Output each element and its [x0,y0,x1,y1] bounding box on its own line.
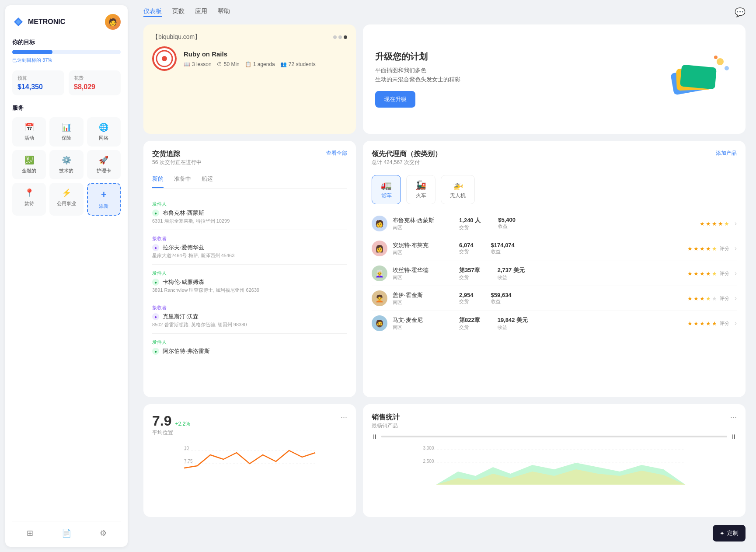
course-card: 【biqubiqu.com】 Ruby on Rails [143,24,356,134]
agent-avatar-5: 🧔 [372,315,387,331]
agent-region-4: 南区 [393,299,454,306]
cat-train[interactable]: 🚂 火车 [406,175,435,204]
meta-students: 👥 72 students [280,61,316,67]
agent-name-3: 埃丝特·霍华德 [393,266,454,274]
tab-shipping[interactable]: 船运 [202,175,213,188]
agent-arrow-2[interactable]: › [735,245,737,252]
service-add[interactable]: + 添新 [87,183,121,216]
agent-arrow-5[interactable]: › [735,319,737,327]
service-technical-label: 技术的 [59,168,73,174]
add-product-link[interactable]: 添加产品 [716,150,737,157]
agent-stats-1: 1,240 人 交货 $5,400 收益 [459,217,694,231]
course-url-text: 【biqubiqu.com】 [152,33,201,41]
stats-row: 预算 $14,350 花费 $8,029 [12,70,121,95]
agenda-icon: 📋 [245,61,251,67]
service-network-label: 网络 [99,135,108,141]
lessons-icon: 📖 [184,61,190,67]
agent-arrow-3[interactable]: › [735,269,737,277]
cat-truck[interactable]: 🚛 货车 [372,175,401,204]
cat-train-label: 火车 [416,192,426,199]
nav-apps[interactable]: 应用 [195,7,207,17]
agent-rev-1: $5,400 收益 [498,217,516,231]
service-financial[interactable]: 💹 金融的 [12,150,46,179]
star-3: ★ [712,220,717,227]
agent-rating-1: ★ ★ ★ ★ ★ [700,220,729,227]
nav-pages[interactable]: 页数 [172,7,185,17]
file-icon[interactable]: 📄 [62,528,71,538]
agent-region-2: 南区 [393,249,454,256]
financial-icon: 💹 [24,155,34,165]
agent-row-4: 🧑‍🦱 盖伊·霍金斯 南区 2,954 交货 $59,634 收益 [372,286,737,311]
agent-avatar-1: 🧑 [372,216,387,231]
sales-chart: 3,000 2,500 [372,445,737,480]
expense-box: 花费 $8,029 [69,70,121,95]
layers-icon[interactable]: ⊞ [27,528,33,538]
svg-point-5 [717,58,724,65]
nav-help[interactable]: 帮助 [218,7,230,17]
tx-role-1: 发件人 [152,201,347,207]
tx-role-5: 发件人 [152,339,347,346]
cat-drone[interactable]: 🚁 无人机 [441,175,475,204]
service-technical[interactable]: ⚙️ 技术的 [49,150,83,179]
agent-row-2: 👩 安妮特·布莱克 南区 6,074 交货 $174,074 收益 [372,236,737,261]
agent-arrow-4[interactable]: › [735,294,737,302]
agent-tx-5: 第822章 交货 [459,316,480,331]
service-public[interactable]: ⚡ 公用事业 [49,183,83,216]
agent-stats-5: 第822章 交货 19,842 美元 收益 [459,316,682,331]
service-nursing[interactable]: 🚀 护理卡 [87,150,121,179]
view-all-link[interactable]: 查看全部 [326,150,347,157]
service-insurance-label: 保险 [62,135,71,141]
course-meta: 📖 3 lesson ⏱ 50 Min 📋 1 agenda 👥 [184,61,316,67]
service-reception[interactable]: 📍 款待 [12,183,46,216]
agent-avatar-3: 👩‍🦳 [372,266,387,281]
reception-icon: 📍 [24,188,34,198]
logo: METRONIC [12,16,65,28]
course-image [152,46,177,71]
train-icon: 🚂 [415,180,426,190]
agent-tx-4: 2,954 交货 [459,292,474,305]
agents-card: 领先代理商（按类别） 总计 424,567 次交付 添加产品 🚛 货车 🚂 火车… [363,141,746,397]
upgrade-button[interactable]: 现在升级 [375,91,415,108]
sales-card: 销售统计 最畅销产品 ··· ⏸ ⏸ 3,000 2,500 [363,404,746,517]
tx-role-3: 发件人 [152,270,347,276]
insurance-icon: 📊 [62,122,71,132]
service-financial-label: 金融的 [22,168,36,174]
tab-new[interactable]: 新的 [152,175,164,188]
service-activity[interactable]: 📅 活动 [12,117,46,147]
transaction-3: 发件人 ● 卡梅伦·威廉姆森 3891 Ranchview 理查森博士, 加利福… [152,265,347,299]
tx-addr-4: 8502 普雷斯顿路, 英格尔伍德, 缅因州 98380 [152,321,347,328]
sender-icon-5: ● [152,348,159,355]
agent-name-4: 盖伊·霍金斯 [393,291,454,299]
svg-text:2,500: 2,500 [423,459,434,464]
sales-more[interactable]: ··· [730,413,737,422]
dot-2 [338,35,342,39]
agent-info-3: 埃丝特·霍华德 南区 [393,266,454,281]
agent-stats-3: 第357章 交货 2,737 美元 收益 [459,266,682,281]
svg-rect-4 [680,65,717,90]
expense-value: $8,029 [74,83,115,91]
logo-text: METRONIC [28,18,65,26]
agent-name-5: 马文·麦金尼 [393,316,454,324]
service-network[interactable]: 🌐 网络 [87,117,121,147]
tx-role-2: 接收者 [152,235,347,242]
network-icon: 🌐 [99,122,108,132]
meta-duration: ⏱ 50 Min [217,61,240,67]
agent-rev-5: 19,842 美元 收益 [498,316,528,331]
service-insurance[interactable]: 📊 保险 [49,117,83,147]
customize-button[interactable]: ✦ 定制 [713,525,746,542]
agent-rating-5: ★ ★ ★ ★ ★ 评分 [687,320,729,327]
settings-icon[interactable]: ⚙ [100,528,107,538]
user-avatar[interactable]: 🧑 [105,14,121,30]
agent-arrow-1[interactable]: › [735,220,737,227]
nav-dashboard[interactable]: 仪表板 [143,7,162,17]
position-label: 平均位置 [152,429,190,437]
position-more[interactable]: ··· [341,413,347,422]
position-value: 7.9 [152,413,171,429]
agent-info-5: 马文·麦金尼 南区 [393,316,454,331]
service-add-label: 添新 [99,203,108,210]
tab-preparing[interactable]: 准备中 [174,175,191,188]
chat-icon[interactable]: 💬 [735,7,746,17]
tracking-header: 交货追踪 56 次交付正在进行中 查看全部 [152,150,347,173]
agent-name-2: 安妮特·布莱克 [393,241,454,249]
activity-icon: 📅 [24,122,34,132]
